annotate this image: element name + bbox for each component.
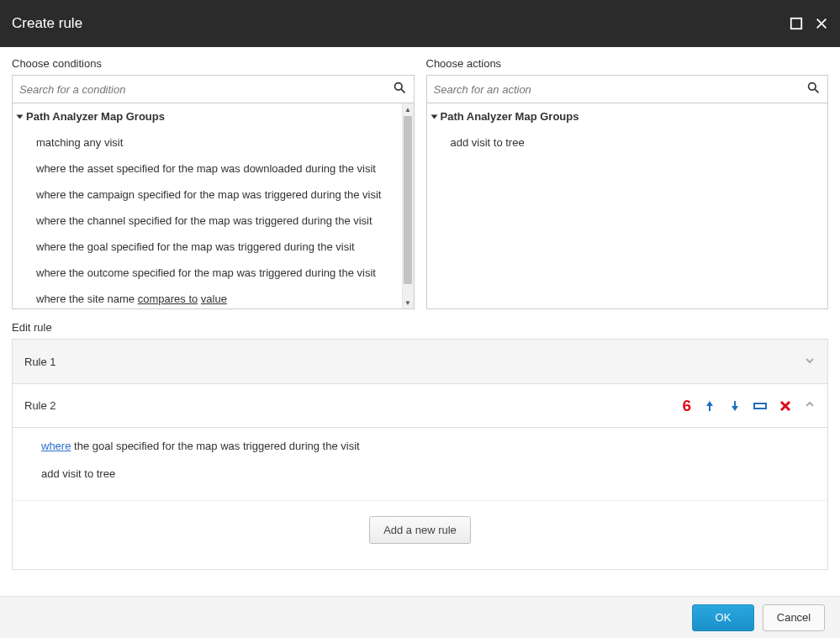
svg-rect-0 — [791, 18, 801, 29]
move-up-icon[interactable] — [703, 399, 716, 413]
svg-point-3 — [394, 83, 402, 91]
move-down-icon[interactable] — [728, 399, 742, 413]
svg-line-6 — [815, 89, 818, 92]
rename-icon[interactable] — [753, 399, 767, 413]
action-search-input[interactable] — [434, 83, 807, 96]
rule-condition-line: where the goal specified for the map was… — [13, 428, 827, 459]
conditions-panel: Choose conditions Path Analyzer Map Grou… — [12, 57, 415, 309]
annotation-number: 6 — [682, 397, 691, 415]
actions-panel: Choose actions Path Analyzer Map Groups … — [426, 57, 829, 309]
condition-item[interactable]: where the outcome specified for the map … — [13, 260, 402, 286]
condition-item[interactable]: where the asset specified for the map wa… — [13, 156, 402, 182]
scroll-up-button[interactable]: ▲ — [402, 103, 414, 115]
ok-button[interactable]: OK — [692, 604, 754, 631]
action-search-box[interactable] — [426, 75, 829, 103]
dialog-header: Create rule — [0, 0, 840, 47]
rule-title: Rule 2 — [24, 399, 56, 412]
condition-text-prefix: where the site name — [36, 293, 138, 305]
svg-rect-7 — [754, 403, 766, 409]
condition-group-header[interactable]: Path Analyzer Map Groups — [13, 103, 402, 129]
search-icon[interactable] — [806, 81, 821, 98]
scroll-thumb[interactable] — [404, 116, 412, 284]
window-controls — [790, 17, 828, 30]
group-label: Path Analyzer Map Groups — [26, 110, 165, 123]
group-label: Path Analyzer Map Groups — [441, 110, 579, 123]
condition-search-box[interactable] — [12, 75, 415, 103]
add-rule-button[interactable]: Add a new rule — [369, 516, 471, 544]
condition-item[interactable]: where the site name compares to value — [13, 286, 402, 308]
chevron-down-icon — [17, 114, 24, 119]
conditions-list: Path Analyzer Map Groups matching any vi… — [12, 103, 415, 309]
dialog-title: Create rule — [12, 15, 82, 32]
rule-body: where the goal specified for the map was… — [13, 427, 827, 500]
maximize-icon[interactable] — [790, 17, 803, 30]
svg-point-5 — [809, 83, 816, 91]
condition-token[interactable]: compares to — [138, 293, 198, 305]
rule-row[interactable]: Rule 1 — [13, 340, 827, 383]
rule-row[interactable]: Rule 2 6 — [13, 383, 827, 427]
condition-search-input[interactable] — [19, 83, 393, 96]
where-link[interactable]: where — [41, 440, 71, 452]
edit-rule-label: Edit rule — [12, 321, 828, 334]
add-rule-row: Add a new rule — [13, 500, 827, 569]
rule-editor: Rule 1 Rule 2 6 — [12, 339, 828, 570]
cancel-button[interactable]: Cancel — [763, 604, 825, 631]
search-icon[interactable] — [393, 81, 407, 98]
scroll-down-button[interactable]: ▼ — [402, 297, 414, 308]
condition-item[interactable]: where the goal specified for the map was… — [13, 234, 402, 260]
condition-token[interactable]: value — [201, 293, 227, 305]
close-icon[interactable] — [815, 17, 828, 30]
rule-title: Rule 1 — [24, 356, 56, 368]
rule-condition-text: the goal specified for the map was trigg… — [71, 440, 359, 452]
rule-action-line: add visit to tree — [13, 459, 827, 500]
svg-line-4 — [401, 89, 404, 92]
actions-label: Choose actions — [426, 57, 829, 70]
action-item[interactable]: add visit to tree — [427, 129, 828, 156]
condition-item[interactable]: matching any visit — [13, 129, 402, 156]
scrollbar[interactable]: ▲ ▼ — [402, 103, 414, 308]
conditions-label: Choose conditions — [12, 57, 415, 70]
chevron-up-icon[interactable] — [804, 398, 816, 413]
chevron-down-icon — [431, 114, 437, 119]
action-group-header[interactable]: Path Analyzer Map Groups — [427, 103, 828, 129]
delete-icon[interactable] — [779, 399, 792, 413]
rule-toolbar: 6 — [682, 397, 816, 415]
condition-item[interactable]: where the channel specified for the map … — [13, 208, 402, 234]
dialog-footer: OK Cancel — [0, 596, 840, 638]
condition-item[interactable]: where the campaign specified for the map… — [13, 182, 402, 208]
actions-list: Path Analyzer Map Groups add visit to tr… — [426, 103, 829, 309]
chevron-down-icon[interactable] — [804, 355, 816, 369]
